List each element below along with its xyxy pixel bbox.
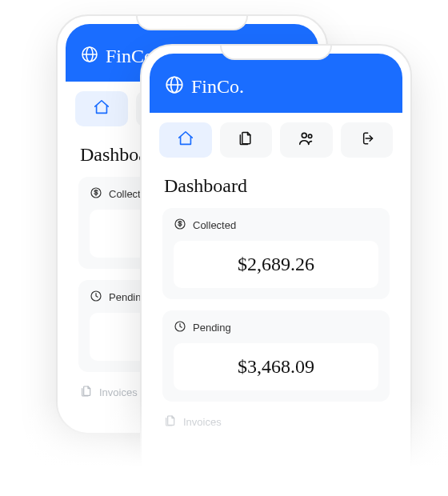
app-header: FinCo. (150, 54, 402, 113)
clock-icon (90, 290, 102, 305)
card-pending-label: Pending (193, 322, 231, 334)
phone-mockup-front: FinCo. (140, 44, 412, 492)
logout-icon (358, 130, 374, 150)
globe-icon (80, 45, 99, 67)
nav-home[interactable] (75, 91, 128, 126)
nav-logout[interactable] (341, 122, 394, 158)
card-pending-head: Pending (174, 320, 378, 335)
invoices-label: Invoices (99, 386, 138, 398)
home-icon (93, 98, 110, 119)
dollar-icon (90, 186, 102, 202)
nav-documents[interactable] (220, 122, 273, 158)
home-icon (177, 130, 194, 150)
card-collected-value: $2,689.26 (174, 241, 378, 288)
nav-home[interactable] (159, 122, 212, 158)
phone-notch (136, 16, 248, 30)
invoices-row[interactable]: Invoices (162, 413, 390, 431)
nav-users[interactable] (280, 122, 333, 158)
card-pending: Pending $3,468.09 (162, 310, 390, 402)
invoices-label: Invoices (183, 416, 222, 428)
card-collected-label: Collected (193, 219, 236, 231)
invoice-icon (164, 414, 177, 430)
dollar-icon (174, 218, 186, 233)
documents-icon (238, 130, 254, 150)
card-pending-value: $3,468.09 (174, 343, 378, 390)
clock-icon (174, 320, 186, 335)
invoice-icon (80, 385, 93, 400)
svg-point-12 (308, 134, 311, 138)
phone-notch (220, 46, 332, 60)
globe-icon (164, 74, 185, 98)
page-content: Dashboard Collected $2,689.26 (150, 167, 402, 490)
svg-point-11 (302, 133, 306, 138)
brand-name: FinCo. (191, 76, 244, 98)
users-icon (298, 130, 315, 150)
card-collected-head: Collected (174, 218, 378, 233)
page-title: Dashboard (164, 175, 390, 197)
nav-bar (150, 113, 402, 167)
screen-front: FinCo. (150, 54, 402, 490)
card-collected: Collected $2,689.26 (162, 208, 390, 299)
